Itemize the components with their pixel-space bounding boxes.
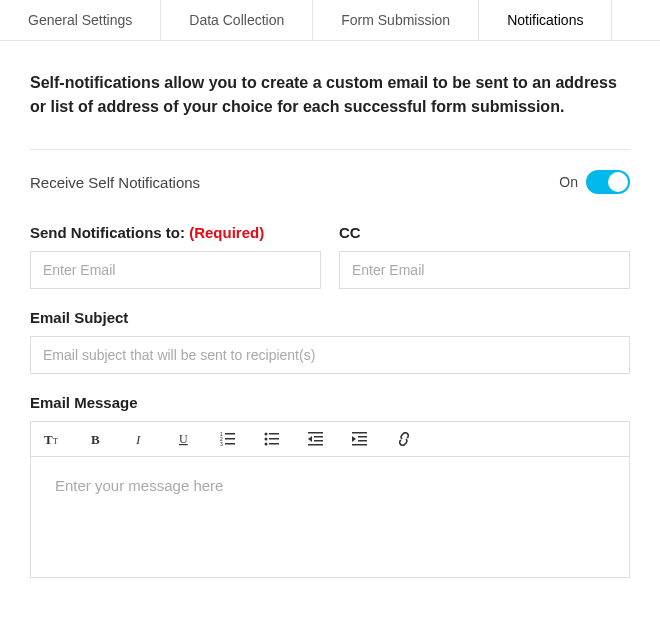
toggle-wrap: On: [559, 170, 630, 194]
svg-rect-17: [308, 432, 323, 434]
ordered-list-icon[interactable]: 123: [219, 430, 237, 448]
svg-rect-26: [352, 444, 367, 446]
svg-text:3: 3: [220, 441, 223, 446]
cc-input[interactable]: [339, 251, 630, 289]
svg-rect-10: [225, 443, 235, 445]
editor-toolbar: TT B I U 123: [31, 422, 629, 457]
page-description: Self-notifications allow you to create a…: [30, 71, 630, 119]
svg-point-13: [265, 438, 268, 441]
tab-content: Self-notifications allow you to create a…: [0, 41, 660, 620]
svg-marker-18: [308, 436, 312, 442]
send-to-label-text: Send Notifications to:: [30, 224, 189, 241]
toggle-state-text: On: [559, 174, 578, 190]
send-to-field: Send Notifications to: (Required): [30, 224, 321, 289]
subject-field: Email Subject: [30, 309, 630, 374]
svg-rect-6: [225, 433, 235, 435]
tab-form-submission[interactable]: Form Submission: [312, 0, 478, 40]
subject-input[interactable]: [30, 336, 630, 374]
tab-notifications[interactable]: Notifications: [478, 0, 612, 40]
svg-text:U: U: [179, 432, 188, 446]
send-to-input[interactable]: [30, 251, 321, 289]
svg-rect-16: [269, 443, 279, 445]
message-textarea[interactable]: Enter your message here: [31, 457, 629, 577]
svg-point-15: [265, 443, 268, 446]
svg-text:T: T: [44, 432, 53, 447]
subject-label: Email Subject: [30, 309, 630, 326]
tab-data-collection[interactable]: Data Collection: [160, 0, 312, 40]
email-fields-row: Send Notifications to: (Required) CC: [30, 224, 630, 289]
receive-notifications-toggle[interactable]: [586, 170, 630, 194]
svg-rect-22: [352, 432, 367, 434]
cc-field: CC: [339, 224, 630, 289]
svg-text:B: B: [91, 432, 100, 446]
svg-rect-24: [358, 436, 367, 438]
divider: [30, 149, 630, 150]
toggle-row: Receive Self Notifications On: [30, 170, 630, 194]
indent-icon[interactable]: [351, 430, 369, 448]
svg-marker-23: [352, 436, 356, 442]
message-label: Email Message: [30, 394, 630, 411]
bold-icon[interactable]: B: [87, 430, 105, 448]
italic-icon[interactable]: I: [131, 430, 149, 448]
tab-general-settings[interactable]: General Settings: [0, 0, 160, 40]
send-to-label: Send Notifications to: (Required): [30, 224, 321, 241]
outdent-icon[interactable]: [307, 430, 325, 448]
underline-icon[interactable]: U: [175, 430, 193, 448]
svg-rect-8: [225, 438, 235, 440]
toggle-knob: [608, 172, 628, 192]
unordered-list-icon[interactable]: [263, 430, 281, 448]
svg-rect-14: [269, 438, 279, 440]
required-badge: (Required): [189, 224, 264, 241]
svg-rect-25: [358, 440, 367, 442]
tabs: General Settings Data Collection Form Su…: [0, 0, 660, 41]
rich-text-editor: TT B I U 123 Enter your message here: [30, 421, 630, 578]
link-icon[interactable]: [395, 430, 413, 448]
svg-rect-21: [308, 444, 323, 446]
message-field: Email Message TT B I U 123 Enter your me…: [30, 394, 630, 578]
svg-rect-20: [314, 440, 323, 442]
svg-text:T: T: [53, 437, 58, 446]
svg-text:I: I: [135, 432, 141, 446]
text-size-icon[interactable]: TT: [43, 430, 61, 448]
svg-point-11: [265, 433, 268, 436]
toggle-label: Receive Self Notifications: [30, 174, 200, 191]
svg-rect-12: [269, 433, 279, 435]
cc-label: CC: [339, 224, 630, 241]
svg-rect-19: [314, 436, 323, 438]
